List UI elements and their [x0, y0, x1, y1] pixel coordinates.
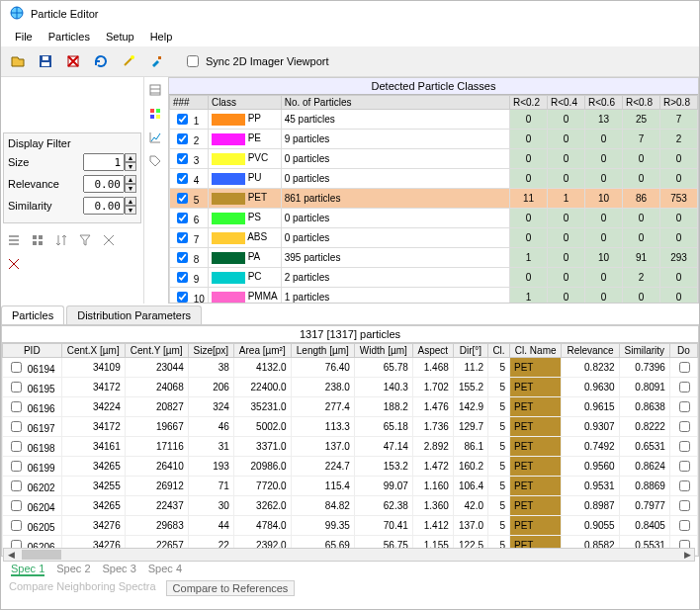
similarity-up[interactable]: ▲ — [125, 197, 136, 206]
row-check[interactable] — [11, 362, 22, 373]
class-col-2[interactable]: No. of Particles — [281, 96, 509, 110]
table-row[interactable]: 06199342652641019320986.0224.7153.21.472… — [3, 457, 698, 477]
row-check[interactable] — [11, 500, 22, 511]
class-check[interactable] — [177, 173, 188, 184]
class-row[interactable]: 2 PE9 particles00072 — [170, 130, 698, 149]
export-icon[interactable] — [3, 253, 25, 275]
list-view-icon[interactable] — [3, 229, 25, 251]
class-check[interactable] — [177, 153, 188, 164]
spec-tab-2[interactable]: Spec 2 — [56, 563, 90, 576]
row-check[interactable] — [11, 421, 22, 432]
class-col-1[interactable]: Class — [208, 96, 281, 110]
class-row[interactable]: 9 PC2 particles00020 — [170, 268, 698, 288]
table-row[interactable]: 062023425526912717720.0115.499.071.16010… — [3, 477, 698, 496]
do-check[interactable] — [679, 500, 690, 511]
tab-distribution[interactable]: Distribution Parameters — [66, 305, 202, 324]
do-check[interactable] — [679, 441, 690, 452]
compare-references-button[interactable]: Compare to References — [166, 580, 296, 596]
wand-icon[interactable] — [118, 50, 139, 72]
class-check[interactable] — [177, 272, 188, 283]
table-row[interactable]: 062053427629683444784.099.3570.411.41213… — [3, 516, 698, 536]
grid-col-2[interactable]: Cent.Y [µm] — [125, 344, 188, 358]
relevance-down[interactable]: ▼ — [125, 184, 136, 193]
horizontal-scrollbar[interactable]: ◀▶ — [3, 548, 695, 562]
class-check[interactable] — [177, 114, 188, 125]
menu-particles[interactable]: Particles — [43, 29, 96, 44]
class-col-3[interactable]: R<0.2 — [510, 96, 548, 110]
table-row[interactable]: 061973417219667465002.0113.365.181.73612… — [3, 417, 698, 437]
table-row[interactable]: 061983416117116313371.0137.047.142.89286… — [3, 437, 698, 457]
grid-col-11[interactable]: Relevance — [562, 344, 619, 358]
table-row[interactable]: 062043426522437303262.084.8262.381.36042… — [3, 496, 698, 516]
grid-col-3[interactable]: Size[px] — [188, 344, 233, 358]
do-check[interactable] — [679, 461, 690, 472]
tab-particles[interactable]: Particles — [1, 305, 64, 324]
class-row[interactable]: 1 PP45 particles0013257 — [170, 110, 698, 130]
similarity-down[interactable]: ▼ — [125, 206, 136, 215]
compare-neighboring-button[interactable]: Compare Neighboring Spectra — [9, 580, 156, 596]
class-list-icon[interactable] — [144, 79, 166, 101]
clear-filter-icon[interactable] — [98, 229, 120, 251]
size-input[interactable] — [83, 153, 125, 171]
row-check[interactable] — [11, 520, 22, 531]
menu-help[interactable]: Help — [144, 29, 179, 44]
grid-col-10[interactable]: Cl. Name — [509, 344, 561, 358]
grid-col-5[interactable]: Length [µm] — [291, 344, 354, 358]
table-row[interactable]: 06196342242082732435231.0277.4188.21.476… — [3, 397, 698, 417]
class-row[interactable]: 7 ABS0 particles00000 — [170, 228, 698, 248]
relevance-input[interactable] — [83, 175, 125, 193]
class-row[interactable]: 4 PU0 particles00000 — [170, 169, 698, 189]
do-check[interactable] — [679, 362, 690, 373]
class-check[interactable] — [177, 232, 188, 243]
grid-col-9[interactable]: Cl. — [488, 344, 510, 358]
grid-col-12[interactable]: Similarity — [619, 344, 669, 358]
save-icon[interactable] — [35, 50, 56, 72]
do-check[interactable] — [679, 382, 690, 392]
menu-file[interactable]: File — [9, 29, 39, 44]
class-row[interactable]: 10 PMMA1 particles10000 — [170, 288, 698, 305]
relevance-up[interactable]: ▲ — [125, 175, 136, 184]
spec-tab-3[interactable]: Spec 3 — [103, 563, 136, 576]
class-check[interactable] — [177, 213, 188, 223]
class-row[interactable]: 8 PA395 particles101091293 — [170, 248, 698, 268]
refresh-icon[interactable] — [90, 50, 112, 72]
chart-icon[interactable] — [144, 127, 166, 148]
palette-icon[interactable] — [144, 103, 166, 125]
class-check[interactable] — [177, 133, 188, 144]
class-check[interactable] — [177, 193, 188, 204]
row-check[interactable] — [11, 480, 22, 491]
do-check[interactable] — [679, 421, 690, 432]
class-row[interactable]: 5 PET861 particles1111086753 — [170, 189, 698, 209]
do-check[interactable] — [679, 480, 690, 491]
open-icon[interactable] — [7, 50, 29, 72]
class-row[interactable]: 6 PS0 particles00000 — [170, 209, 698, 228]
class-col-5[interactable]: R<0.6 — [585, 96, 623, 110]
grid-col-7[interactable]: Aspect — [412, 344, 453, 358]
grid-col-8[interactable]: Dir[°] — [453, 344, 487, 358]
table-row[interactable]: 06195341722406820622400.0238.0140.31.702… — [3, 378, 698, 397]
similarity-input[interactable] — [83, 197, 125, 215]
grid-col-0[interactable]: PID — [3, 344, 62, 358]
grid-col-13[interactable]: Do — [669, 344, 697, 358]
row-check[interactable] — [11, 441, 22, 452]
class-row[interactable]: 3 PVC0 particles00000 — [170, 149, 698, 169]
class-check[interactable] — [177, 292, 188, 303]
grid-view-icon[interactable] — [27, 229, 48, 251]
grid-col-4[interactable]: Area [µm²] — [233, 344, 291, 358]
size-down[interactable]: ▼ — [125, 162, 136, 171]
delete-all-icon[interactable] — [62, 50, 84, 72]
table-row[interactable]: 061943410923044384132.076.4065.781.46811… — [3, 358, 698, 378]
class-col-6[interactable]: R<0.8 — [623, 96, 660, 110]
do-check[interactable] — [679, 401, 690, 412]
menu-setup[interactable]: Setup — [100, 29, 140, 44]
sync-viewport-checkbox[interactable] — [187, 55, 199, 67]
grid-col-6[interactable]: Width [µm] — [354, 344, 412, 358]
filter-icon[interactable] — [74, 229, 96, 251]
class-col-7[interactable]: R>0.8 — [660, 96, 698, 110]
grid-col-1[interactable]: Cent.X [µm] — [61, 344, 125, 358]
brush-icon[interactable] — [145, 50, 167, 72]
tag-icon[interactable] — [144, 150, 166, 172]
row-check[interactable] — [11, 401, 22, 412]
row-check[interactable] — [11, 461, 22, 472]
spec-tab-1[interactable]: Spec 1 — [11, 563, 44, 576]
